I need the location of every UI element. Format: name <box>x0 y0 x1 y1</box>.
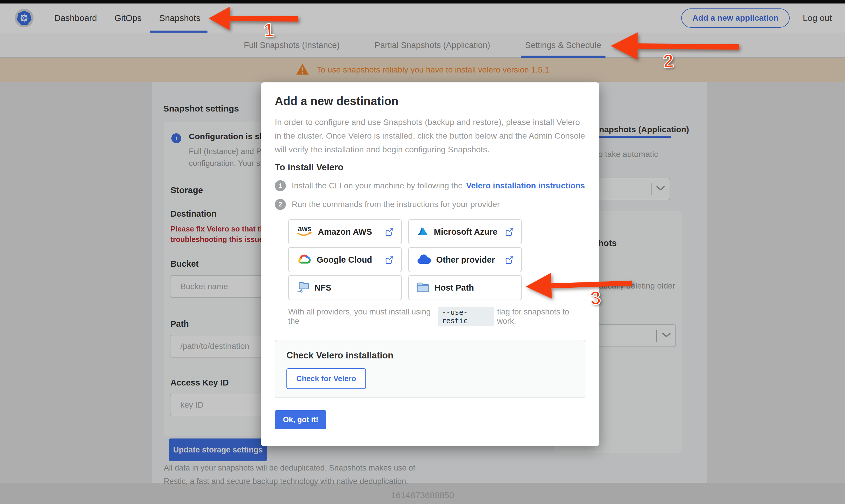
tab-partial-snapshots-fragment[interactable]: napshots (Application) <box>599 125 689 134</box>
page-title: Snapshot settings <box>163 104 239 113</box>
external-link-icon <box>505 228 514 236</box>
azure-icon <box>416 225 429 238</box>
annotation-number-3: 3 <box>589 287 601 309</box>
check-velero-title: Check Velero installation <box>286 350 574 361</box>
chevron-down-icon <box>656 186 665 192</box>
step-2-badge: 2 <box>275 199 286 210</box>
path-label: Path <box>171 319 189 329</box>
use-restic-flag-code: --use-restic <box>438 307 494 326</box>
info-card-line1: Full (Instance) and Parti <box>189 147 272 156</box>
kubernetes-logo-icon <box>15 8 34 28</box>
dropdown-divider <box>656 329 657 342</box>
check-velero-card: Check Velero installation Check for Vele… <box>275 340 585 398</box>
modal-title: Add a new destination <box>275 95 585 108</box>
provider-button-azure[interactable]: Microsoft Azure <box>408 219 522 244</box>
access-key-label: Access Key ID <box>171 378 229 388</box>
add-destination-modal: Add a new destination In order to config… <box>261 83 599 446</box>
logout-button[interactable]: Log out <box>803 13 832 23</box>
dedup-text-line1: All data in your snapshots will be dedup… <box>164 464 415 472</box>
restic-note: With all providers, you must install usi… <box>288 307 585 326</box>
external-link-icon <box>385 228 394 236</box>
provider-button-google-cloud[interactable]: Google Cloud <box>288 247 402 272</box>
provider-label: Google Cloud <box>317 255 372 265</box>
velero-instructions-link[interactable]: Velero installation instructions <box>466 181 585 191</box>
screen-top-strip <box>0 0 845 3</box>
header-right: Add a new application Log out <box>681 8 832 28</box>
annotation-number-2: 2 <box>662 50 674 72</box>
check-for-velero-button[interactable]: Check for Velero <box>286 368 366 389</box>
arrow-head <box>611 32 638 60</box>
annotation-number-1: 1 <box>263 19 275 41</box>
step-1-badge: 1 <box>275 180 286 191</box>
nav-item-snapshots[interactable]: Snapshots <box>159 3 200 33</box>
provider-button-other[interactable]: Other provider <box>408 247 522 272</box>
aws-icon: aws <box>296 224 313 239</box>
warning-icon <box>296 63 309 76</box>
annotation-arrow-1 <box>209 7 299 31</box>
google-cloud-icon <box>296 253 312 267</box>
install-step-2: 2 Run the commands from the instructions… <box>275 199 585 210</box>
main-nav: Dashboard GitOps Snapshots <box>54 3 200 33</box>
external-link-icon <box>385 255 394 264</box>
info-card-title: Configuration is sh <box>189 132 265 141</box>
annotation-arrow-2 <box>611 32 739 60</box>
nav-item-dashboard[interactable]: Dashboard <box>54 3 97 33</box>
dropdown-divider <box>651 183 652 195</box>
tab-partial-snapshots[interactable]: Partial Snapshots (Application) <box>375 33 490 57</box>
bucket-label: Bucket <box>171 259 199 269</box>
info-card-line2: configuration. Your stor <box>189 159 269 168</box>
modal-intro-text: In order to configure and use Snapshots … <box>275 115 588 156</box>
provider-label: Amazon AWS <box>318 227 372 237</box>
velero-error-line1: Please fix Velero so that th <box>171 225 265 233</box>
install-velero-heading: To install Velero <box>275 162 585 173</box>
tab-settings-schedule[interactable]: Settings & Schedule <box>525 33 601 57</box>
provider-button-aws[interactable]: aws Amazon AWS <box>288 219 402 244</box>
ok-got-it-button[interactable]: Ok, got it! <box>275 410 326 429</box>
storage-section-title: Storage <box>171 185 203 195</box>
update-storage-settings-button[interactable]: Update storage settings <box>169 438 267 461</box>
arrow-head <box>209 7 230 30</box>
provider-label: Other provider <box>436 255 495 265</box>
provider-label: Host Path <box>435 283 474 293</box>
cloud-icon <box>416 254 432 266</box>
header: Dashboard GitOps Snapshots Add a new app… <box>0 3 845 33</box>
nav-item-gitops[interactable]: GitOps <box>115 3 142 33</box>
step-2-text: Run the commands from the instructions f… <box>292 200 500 209</box>
retention-heading-fragment: hots <box>598 238 617 248</box>
warning-banner-text: To use snapshots reliably you have to in… <box>317 65 549 74</box>
folder-icon <box>416 281 430 294</box>
info-icon: i <box>171 133 181 143</box>
add-application-button[interactable]: Add a new application <box>681 8 790 28</box>
auto-snapshot-text-fragment: o take automatic <box>598 150 658 159</box>
footer-timestamp: 1614873688850 <box>0 483 845 504</box>
restic-note-after: flag for snapshots to work. <box>497 307 585 326</box>
dedup-text-line2: Restic, a fast and secure backup technol… <box>164 477 408 486</box>
provider-button-host-path[interactable]: Host Path <box>408 275 522 300</box>
destination-label: Destination <box>171 209 216 219</box>
velero-error-line2: troubleshooting this issue <box>171 235 263 244</box>
nfs-folder-icon <box>296 281 310 295</box>
provider-label: NFS <box>314 283 331 293</box>
external-link-icon <box>505 255 514 264</box>
step-1-text: Install the CLI on your machine by follo… <box>292 181 463 191</box>
chevron-down-icon <box>662 333 671 339</box>
provider-label: Microsoft Azure <box>434 227 497 237</box>
provider-button-nfs[interactable]: NFS <box>288 275 402 300</box>
provider-grid: aws Amazon AWS Microsoft Azure <box>288 219 522 300</box>
arrow-head <box>525 273 552 299</box>
restic-note-before: With all providers, you must install usi… <box>288 307 435 326</box>
svg-text:aws: aws <box>298 224 312 233</box>
annotation-arrow-3 <box>525 270 633 300</box>
arrow-tail <box>637 43 739 50</box>
tab-full-snapshots[interactable]: Full Snapshots (Instance) <box>244 33 340 57</box>
velero-warning-banner: To use snapshots reliably you have to in… <box>0 58 845 82</box>
install-step-1: 1 Install the CLI on your machine by fol… <box>275 180 585 191</box>
